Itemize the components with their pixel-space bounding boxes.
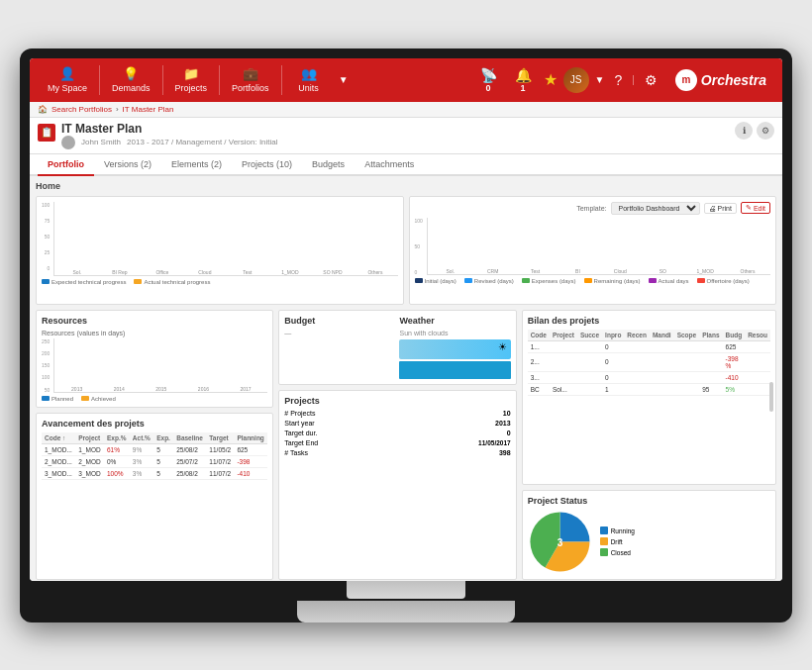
td-exp-pct-0: 61% xyxy=(104,443,130,455)
nav-label-myspace: My Space xyxy=(48,83,87,93)
td-bilan-plans-0 xyxy=(699,340,722,352)
pie-dot-closed xyxy=(600,548,608,556)
td-exp-val-1: 5 xyxy=(153,455,173,467)
proj-val-4: 398 xyxy=(499,449,511,456)
bar-group-0: Sol. xyxy=(56,267,97,275)
nav-label-projects: Projects xyxy=(175,83,208,93)
proj-val-3: 11/05/2017 xyxy=(478,439,511,446)
nav-item-demands[interactable]: 💡 Demands xyxy=(102,58,160,102)
nav-item-units[interactable]: 👥 Units xyxy=(284,58,334,102)
page-header: 📋 IT Master Plan John Smith 2013 - 2017 … xyxy=(30,118,782,154)
user-avatar[interactable]: JS xyxy=(563,67,589,93)
projects-item-2: Target dur. 0 xyxy=(284,430,510,436)
res-bar-2016: 2016 xyxy=(184,385,223,392)
td-bilan-recen-0 xyxy=(624,340,650,352)
th-bilan-mandi: Mandi xyxy=(650,330,674,341)
units-icon: 👥 xyxy=(301,66,317,81)
page-meta-period: 2013 - 2017 / Management / Version: Init… xyxy=(127,138,278,146)
legend-actual: Actual technical progress xyxy=(134,279,210,285)
info-button[interactable]: ℹ xyxy=(735,122,753,140)
budget-bars: Sol. BI Rep Office xyxy=(53,202,397,276)
td-bilan-code-1[interactable]: 2... xyxy=(528,352,550,371)
favorites-icon[interactable]: ★ xyxy=(544,70,558,89)
nav-dropdown-arrow[interactable]: ▼ xyxy=(334,58,354,102)
legend-offertoire: Offertoire (days) xyxy=(697,278,750,284)
td-bilan-inpro-2: 0 xyxy=(602,371,624,383)
budget-mini-title: Budget xyxy=(284,316,395,326)
legend-initial: Initial (days) xyxy=(415,278,457,284)
edit-button[interactable]: ✎ Edit xyxy=(741,202,770,214)
settings-button[interactable]: ⚙ xyxy=(641,70,661,90)
bar-group-2: Office xyxy=(142,267,182,275)
th-bilan-recen: Recen xyxy=(624,330,650,341)
td-bilan-recen-2 xyxy=(624,371,650,383)
nav-item-projects[interactable]: 📁 Projects xyxy=(165,58,218,102)
budget-chart-panel: 100 75 50 25 0 Sol. xyxy=(36,196,404,305)
table-row: 2... 0 -398 % xyxy=(528,352,770,371)
td-code-0[interactable]: 1_MOD... xyxy=(42,443,75,455)
weather-bar-bottom xyxy=(399,361,510,379)
table-row: 3_MOD... 3_MOD 100% 3% 5 25/08/2 11/07/2… xyxy=(42,467,267,479)
legend-dot-planned xyxy=(42,396,50,401)
td-code-2[interactable]: 3_MOD... xyxy=(42,467,75,479)
tab-attachments[interactable]: Attachments xyxy=(355,154,424,176)
td-bilan-mandi-1 xyxy=(650,352,674,371)
nav-item-myspace[interactable]: 👤 My Space xyxy=(38,58,97,102)
td-planning-2: -410 xyxy=(234,467,267,479)
tab-budgets[interactable]: Budgets xyxy=(302,154,355,176)
nav-divider xyxy=(99,65,100,95)
td-bilan-proj-1 xyxy=(550,352,577,371)
scroll-indicator[interactable] xyxy=(769,382,773,412)
tabs-bar: Portfolio Versions (2) Elements (2) Proj… xyxy=(30,154,782,176)
monitor-stand-top xyxy=(347,581,465,599)
td-bilan-code-0[interactable]: 1... xyxy=(528,340,550,352)
bilan-table-wrapper[interactable]: Code Project Succe Inpro Recen Mandi Sco… xyxy=(528,330,770,477)
print-button[interactable]: 🖨 Print xyxy=(704,203,737,214)
table-row: 2_MOD... 2_MOD 0% 3% 5 25/07/2 11/07/2 -… xyxy=(42,455,267,467)
projects-item-1: Start year 2013 xyxy=(284,420,510,427)
pie-container: 3 Running Drift xyxy=(528,510,770,574)
legend-expected: Expected technical progress xyxy=(42,279,126,285)
notifications-rss[interactable]: 📡 0 xyxy=(474,65,503,95)
td-bilan-code-2[interactable]: 3... xyxy=(528,371,550,383)
tab-versions[interactable]: Versions (2) xyxy=(94,154,161,176)
monitor: 👤 My Space 💡 Demands 📁 Projects 💼 Portfo… xyxy=(20,48,792,622)
proj-val-0: 10 xyxy=(503,410,511,417)
td-name-1: 2_MOD xyxy=(75,455,104,467)
budget-mini-content: — xyxy=(284,330,395,336)
projects-item-4: # Tasks 398 xyxy=(284,449,510,456)
tab-portfolio[interactable]: Portfolio xyxy=(38,154,94,176)
pie-chart: 3 xyxy=(528,510,592,574)
settings-page-button[interactable]: ⚙ xyxy=(757,122,774,140)
help-button[interactable]: ? xyxy=(610,70,626,90)
legend-expenses: Expenses (days) xyxy=(522,278,576,284)
bilan-header-row: Code Project Succe Inpro Recen Mandi Sco… xyxy=(528,330,770,341)
avancement-table-wrapper[interactable]: Code ↑ Project Exp.% Act.% Exp. Baseline… xyxy=(42,432,267,572)
breadcrumb-current[interactable]: IT Master Plan xyxy=(123,105,174,114)
right-bars: Sol. CRM xyxy=(427,218,770,275)
td-code-1[interactable]: 2_MOD... xyxy=(42,455,75,467)
notifications-bell[interactable]: 🔔 1 xyxy=(509,65,538,95)
right-bar-3: BI xyxy=(558,263,599,274)
proj-key-0: # Projects xyxy=(284,410,315,417)
page-icon: 📋 xyxy=(38,124,55,142)
project-status-panel: Project Status 3 xyxy=(522,490,776,580)
tab-elements[interactable]: Elements (2) xyxy=(161,154,232,176)
td-bilan-code-3[interactable]: BC xyxy=(528,383,550,395)
td-target-1: 11/07/2 xyxy=(206,455,234,467)
main-content: Home 100 75 50 25 0 xyxy=(30,176,782,581)
template-select[interactable]: Portfolio Dashboard xyxy=(611,202,700,215)
td-bilan-resou-1 xyxy=(745,352,770,371)
resources-label: Resources xyxy=(42,316,267,326)
legend-remaining: Remaining (days) xyxy=(584,278,641,284)
resources-legend: Planned Achieved xyxy=(42,396,267,402)
budget-mini: Budget — xyxy=(284,316,395,379)
y-axis-budget: 100 75 50 25 0 xyxy=(42,202,51,271)
right-bar-0: Sol. xyxy=(430,263,471,274)
right-chart-legend: Initial (days) Revised (days) Expenses (… xyxy=(415,278,771,284)
avatar-dropdown-icon[interactable]: ▼ xyxy=(595,74,605,85)
tab-projects[interactable]: Projects (10) xyxy=(232,154,302,176)
nav-item-portfolios[interactable]: 💼 Portfolios xyxy=(222,58,279,102)
y-axis-resources: 250 200 150 100 50 xyxy=(42,338,51,393)
breadcrumb-search[interactable]: Search Portfolios xyxy=(51,105,112,114)
